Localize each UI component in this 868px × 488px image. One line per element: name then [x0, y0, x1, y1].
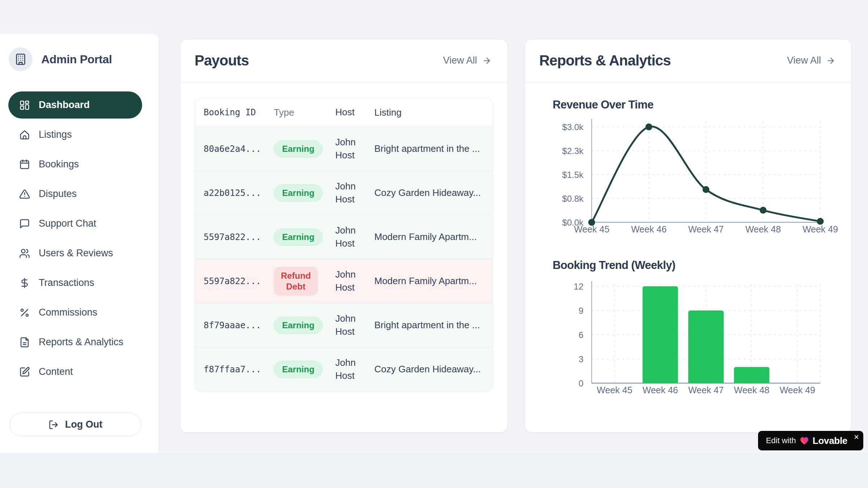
table-row: 8f79aaae... Earning John Host Bright apa… — [195, 303, 493, 347]
logout-icon — [48, 420, 59, 430]
column-header-type: Type — [274, 107, 335, 118]
svg-text:3: 3 — [579, 354, 583, 364]
sidebar-item-label: Commissions — [39, 307, 97, 318]
payouts-card: Payouts View All Booking ID Type Host Li… — [180, 39, 508, 433]
lovable-brand: Lovable — [813, 435, 847, 446]
svg-text:Week 45: Week 45 — [574, 224, 609, 234]
home-icon — [19, 129, 30, 140]
svg-text:Week 49: Week 49 — [803, 224, 838, 234]
sidebar-item-content[interactable]: Content — [8, 358, 142, 385]
column-header-booking-id: Booking ID — [195, 107, 274, 117]
sidebar-item-reports-analytics[interactable]: Reports & Analytics — [8, 329, 142, 356]
lovable-badge[interactable]: Edit with Lovable × — [758, 431, 863, 450]
logout-button[interactable]: Log Out — [9, 413, 141, 436]
file-text-icon — [19, 337, 30, 348]
revenue-line-chart: $0.0k$0.8k$1.5k$2.3k$3.0kWeek 45Week 46W… — [557, 112, 839, 238]
calendar-icon — [19, 159, 30, 170]
svg-text:$3.0k: $3.0k — [562, 122, 584, 132]
sidebar-item-label: Bookings — [39, 159, 79, 170]
svg-text:$1.5k: $1.5k — [562, 170, 584, 180]
host-cell: John Host — [335, 356, 374, 382]
svg-text:0: 0 — [579, 378, 583, 388]
sidebar-item-dashboard[interactable]: Dashboard — [8, 91, 142, 119]
sidebar: Admin Portal Dashboard Listings Bookings… — [0, 34, 159, 453]
arrow-right-icon — [482, 56, 492, 65]
column-header-host: Host — [335, 106, 374, 119]
logout-label: Log Out — [65, 419, 102, 430]
svg-text:9: 9 — [579, 306, 583, 316]
dashboard-icon — [19, 100, 30, 111]
sidebar-item-label: Reports & Analytics — [39, 337, 123, 348]
sidebar-nav: Dashboard Listings Bookings Disputes Sup… — [8, 91, 142, 388]
bottom-band — [0, 453, 868, 488]
table-row: 5597a822... Earning John Host Modern Fam… — [195, 215, 493, 259]
table-row: 80a6e2a4... Earning John Host Bright apa… — [195, 127, 493, 171]
table-row: 5597a822... Refund Debt John Host Modern… — [195, 259, 493, 303]
sidebar-item-label: Content — [39, 366, 73, 377]
svg-text:12: 12 — [574, 282, 583, 291]
listing-cell: Bright apartment in the ... — [374, 320, 493, 331]
host-cell: John Host — [335, 180, 374, 205]
building-icon — [14, 53, 27, 65]
svg-text:Week 47: Week 47 — [688, 385, 724, 395]
view-all-label: View All — [443, 55, 477, 66]
svg-text:$0.8k: $0.8k — [562, 194, 584, 204]
payouts-title: Payouts — [195, 52, 249, 69]
listing-cell: Modern Family Apartm... — [374, 231, 493, 243]
booking-id-cell: 8f79aaae... — [195, 320, 274, 330]
dollar-icon — [19, 278, 30, 288]
svg-text:Week 46: Week 46 — [631, 224, 667, 234]
payouts-view-all-link[interactable]: View All — [443, 55, 492, 66]
percent-icon — [19, 307, 30, 318]
svg-text:6: 6 — [579, 330, 583, 340]
svg-text:Week 46: Week 46 — [642, 385, 678, 395]
sidebar-item-listings[interactable]: Listings — [8, 121, 142, 148]
svg-text:Week 45: Week 45 — [597, 385, 632, 395]
table-row: f87ffaa7... Earning John Host Cozy Garde… — [195, 347, 493, 391]
host-cell: John Host — [335, 136, 374, 161]
sidebar-item-disputes[interactable]: Disputes — [8, 180, 142, 207]
reports-view-all-link[interactable]: View All — [787, 55, 835, 66]
lovable-prefix: Edit with — [766, 436, 796, 445]
sidebar-item-transactions[interactable]: Transactions — [8, 269, 142, 296]
booking-trend-bar-chart: 036912Week 45Week 46Week 47Week 48Week 4… — [557, 276, 839, 428]
host-cell: John Host — [335, 224, 374, 249]
chart-title-booking-trend: Booking Trend (Weekly) — [553, 259, 675, 272]
booking-id-cell: 5597a822... — [195, 276, 274, 286]
sidebar-item-label: Users & Reviews — [39, 248, 113, 259]
view-all-label: View All — [787, 55, 821, 66]
file-pen-icon — [19, 367, 30, 377]
arrow-right-icon — [826, 56, 835, 65]
close-icon[interactable]: × — [854, 433, 859, 441]
heart-icon — [800, 436, 809, 445]
table-header-row: Booking ID Type Host Listing — [195, 98, 493, 127]
sidebar-item-label: Support Chat — [39, 218, 96, 229]
sidebar-item-label: Disputes — [39, 188, 77, 200]
table-row: a22b0125... Earning John Host Cozy Garde… — [195, 171, 493, 215]
status-badge: Earning — [274, 361, 323, 378]
payouts-table: Booking ID Type Host Listing 80a6e2a4...… — [195, 98, 493, 391]
message-square-icon — [19, 218, 30, 229]
svg-text:Week 48: Week 48 — [734, 385, 769, 395]
reports-card-header: Reports & Analytics View All — [525, 39, 851, 82]
listing-cell: Bright apartment in the ... — [374, 143, 493, 154]
host-cell: John Host — [335, 312, 374, 338]
sidebar-item-commissions[interactable]: Commissions — [8, 299, 142, 326]
sidebar-item-users-reviews[interactable]: Users & Reviews — [8, 240, 142, 267]
users-icon — [19, 248, 30, 259]
status-badge: Refund Debt — [274, 267, 318, 296]
svg-text:$2.3k: $2.3k — [562, 146, 584, 156]
listing-cell: Modern Family Apartm... — [374, 275, 493, 287]
booking-id-cell: f87ffaa7... — [195, 364, 274, 374]
svg-text:Week 49: Week 49 — [780, 385, 815, 395]
svg-text:Week 48: Week 48 — [745, 224, 781, 234]
status-badge: Earning — [274, 140, 323, 158]
booking-id-cell: 80a6e2a4... — [195, 144, 274, 154]
sidebar-item-bookings[interactable]: Bookings — [8, 151, 142, 178]
alert-triangle-icon — [19, 189, 30, 200]
brand: Admin Portal — [9, 47, 112, 71]
booking-id-cell: a22b0125... — [195, 188, 274, 198]
svg-text:Week 47: Week 47 — [688, 224, 724, 234]
sidebar-item-label: Dashboard — [39, 99, 90, 111]
sidebar-item-support-chat[interactable]: Support Chat — [8, 210, 142, 237]
